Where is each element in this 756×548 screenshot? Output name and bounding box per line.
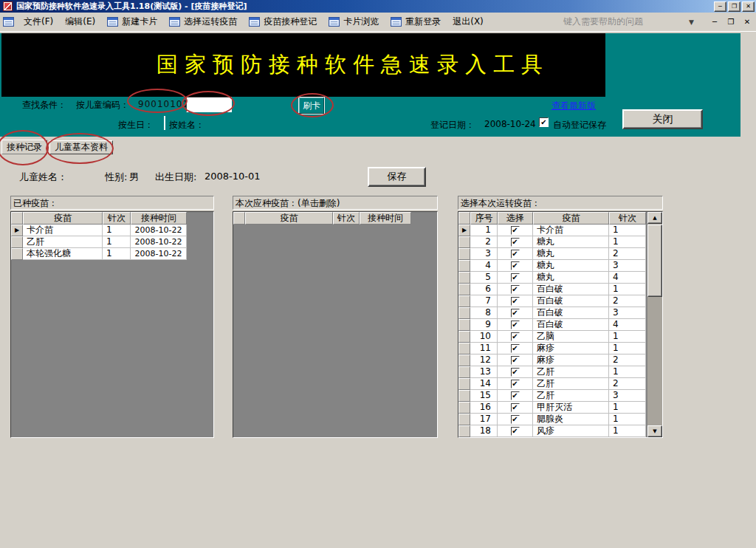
banner: 国家预防接种软件急速录入工具 [1, 33, 605, 97]
transport-caption: 选择本次运转疫苗： [458, 196, 663, 210]
menu-new-card[interactable]: 新建卡片 [101, 14, 163, 30]
dropdown-arrow-icon[interactable]: ▼ [689, 18, 694, 26]
by-code-label: 按儿童编码： [76, 99, 129, 112]
form-icon [107, 17, 118, 27]
cell-dose: 1 [103, 236, 131, 248]
cell-no: 2 [470, 236, 498, 248]
checkbox[interactable]: ✔ [511, 285, 520, 294]
checkbox[interactable]: ✔ [511, 403, 520, 412]
menu-vaccine-register[interactable]: 疫苗接种登记 [243, 14, 323, 30]
menu-select-transport-vaccine[interactable]: 选择运转疫苗 [163, 14, 243, 30]
menu-relogin[interactable]: 重新登录 [385, 14, 447, 30]
table-row[interactable]: 8 ✔ 百白破 3 [458, 307, 662, 319]
table-row[interactable]: 18 ✔ 风疹 1 [458, 425, 662, 437]
child-window-icon[interactable] [3, 17, 14, 27]
row-selector [458, 390, 470, 402]
checkbox[interactable]: ✔ [511, 238, 520, 247]
help-question-input[interactable]: 键入需要帮助的问题 [563, 16, 689, 28]
menu-vaccine-register-label: 疫苗接种登记 [264, 16, 317, 28]
auto-save-checkbox[interactable]: ✔ [539, 117, 549, 127]
header-dose: 针次 [333, 212, 360, 225]
cell-no: 9 [470, 319, 498, 331]
row-selector [11, 236, 23, 248]
restore-button[interactable]: ❐ [728, 1, 740, 12]
auto-save-label: 自动登记保存 [553, 119, 606, 131]
header-vaccine: 疫苗 [533, 212, 609, 225]
scroll-up-icon[interactable]: ▲ [647, 212, 662, 224]
table-row[interactable]: 14 ✔ 乙肝 2 [458, 378, 662, 390]
table-row[interactable]: 2 ✔ 糖丸 1 [458, 236, 662, 248]
checkbox[interactable]: ✔ [511, 380, 520, 388]
table-row[interactable]: 16 ✔ 甲肝灭活 1 [458, 402, 662, 414]
cell-dose: 3 [609, 390, 646, 402]
vaccinated-grid-header: 疫苗 针次 接种时间 [11, 212, 213, 225]
checkbox[interactable]: ✔ [511, 297, 520, 306]
menu-edit[interactable]: 编辑(E) [59, 14, 101, 30]
checkbox[interactable]: ✔ [511, 309, 520, 318]
table-row[interactable]: 乙肝 1 2008-10-22 [11, 236, 213, 248]
save-button[interactable]: 保存 [368, 167, 426, 187]
checkbox[interactable]: ✔ [511, 368, 520, 377]
header-date: 接种时间 [360, 212, 411, 225]
cell-dose: 2 [609, 248, 646, 260]
child-close-button[interactable]: ✕ [741, 18, 753, 26]
header-panel: 国家预防接种软件急速录入工具 查找条件： 按儿童编码： 9001010101 刷… [0, 33, 740, 137]
child-minimize-button[interactable]: ─ [709, 18, 721, 26]
table-row[interactable]: 9 ✔ 百白破 4 [458, 319, 662, 331]
table-row[interactable]: 4 ✔ 糖丸 3 [458, 260, 662, 272]
scrollbar-thumb[interactable] [647, 225, 662, 297]
row-selector [458, 331, 470, 343]
cell-dose: 3 [609, 307, 646, 319]
cell-select: ✔ [498, 425, 533, 437]
checkbox[interactable]: ✔ [511, 344, 520, 353]
cell-select: ✔ [498, 343, 533, 355]
table-row[interactable]: ▶ 卡介苗 1 2008-10-22 [11, 225, 213, 236]
menu-file[interactable]: 文件(F) [18, 14, 59, 30]
cell-vaccine: 糖丸 [533, 272, 609, 284]
checkbox[interactable]: ✔ [511, 391, 520, 400]
due-grid: 疫苗 针次 接种时间 [233, 211, 438, 438]
cell-dose: 1 [609, 225, 646, 236]
checkbox[interactable]: ✔ [511, 250, 520, 258]
app-icon[interactable] [3, 1, 13, 11]
minimize-button[interactable]: ─ [714, 1, 726, 12]
cell-no: 7 [470, 295, 498, 307]
table-row[interactable]: 3 ✔ 糖丸 2 [458, 248, 662, 260]
latest-version-link[interactable]: 查看最新版 [551, 100, 596, 112]
table-row[interactable]: 本轮强化糖 1 2008-10-22 [11, 248, 213, 260]
checkbox[interactable]: ✔ [511, 356, 520, 365]
register-date-value: 2008-10-24 [484, 119, 536, 129]
cell-vaccine: 乙肝 [533, 390, 609, 402]
header-vaccine: 疫苗 [23, 212, 103, 225]
table-row[interactable]: 10 ✔ 乙脑 1 [458, 331, 662, 343]
close-button[interactable]: ✕ [742, 1, 755, 12]
due-grid-header: 疫苗 针次 接种时间 [233, 212, 437, 225]
table-row[interactable]: 11 ✔ 麻疹 1 [458, 343, 662, 355]
close-form-button[interactable]: 关闭 [622, 109, 703, 129]
scroll-down-icon[interactable]: ▼ [647, 425, 662, 437]
child-restore-button[interactable]: ❐ [725, 18, 737, 26]
checkbox[interactable]: ✔ [511, 273, 520, 282]
annotation-circle-swipe [291, 93, 334, 117]
checkbox[interactable]: ✔ [511, 415, 520, 424]
cell-select: ✔ [498, 355, 533, 366]
checkbox[interactable]: ✔ [511, 226, 520, 235]
table-row[interactable]: 7 ✔ 百白破 2 [458, 295, 662, 307]
table-row[interactable]: 6 ✔ 百白破 1 [458, 284, 662, 295]
checkbox[interactable]: ✔ [511, 427, 520, 436]
cell-no: 13 [470, 366, 498, 378]
cell-vaccine: 甲肝灭活 [533, 402, 609, 414]
checkbox[interactable]: ✔ [511, 321, 520, 329]
table-row[interactable]: 13 ✔ 乙肝 1 [458, 366, 662, 378]
table-row[interactable]: ▶ 1 ✔ 卡介苗 1 [458, 225, 662, 236]
checkbox[interactable]: ✔ [511, 261, 520, 270]
table-row[interactable]: 5 ✔ 糖丸 4 [458, 272, 662, 284]
menu-card-browse[interactable]: 卡片浏览 [323, 14, 385, 30]
table-row[interactable]: 15 ✔ 乙肝 3 [458, 390, 662, 402]
checkbox[interactable]: ✔ [511, 332, 520, 341]
cell-no: 16 [470, 402, 498, 414]
menu-exit[interactable]: 退出(X) [447, 14, 489, 30]
vertical-scrollbar[interactable]: ▲ ▼ [647, 212, 662, 437]
table-row[interactable]: 17 ✔ 腮腺炎 1 [458, 414, 662, 425]
table-row[interactable]: 12 ✔ 麻疹 2 [458, 355, 662, 366]
